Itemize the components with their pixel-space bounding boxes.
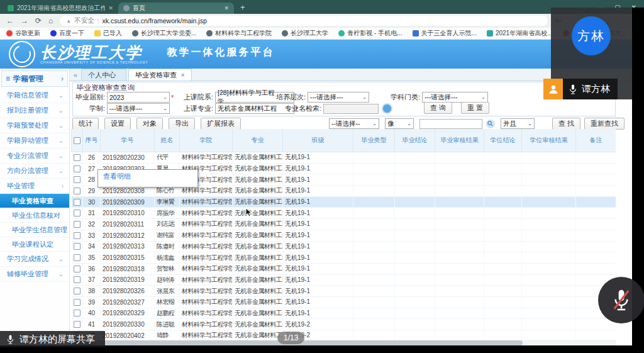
browser-tab[interactable]: 2021年湖南省高校思想政治工作 ✕ bbox=[3, 3, 118, 14]
sidebar-group[interactable]: 学籍预警处理 ⌄ bbox=[0, 118, 69, 133]
row-checkbox[interactable] bbox=[74, 299, 80, 306]
column-header[interactable]: 学院 bbox=[180, 129, 233, 152]
sidebar-group[interactable]: 学习完成情况 ⌄ bbox=[0, 252, 69, 267]
table-row[interactable]: 30 201928020309 李琳贇 材料科学与工程学院 无机非金属材料工程 … bbox=[72, 196, 616, 208]
table-row[interactable]: 31 201928020310 席振华 材料科学与工程学院 无机非金属材料工程 … bbox=[72, 208, 616, 219]
sidebar-sub-item[interactable]: 毕业生信息核对 bbox=[0, 208, 69, 223]
filter-field-select[interactable]: --请选择--⌄ bbox=[329, 118, 379, 129]
column-header[interactable]: 专业 bbox=[233, 129, 283, 152]
select-all-checkbox[interactable] bbox=[74, 137, 80, 144]
row-checkbox[interactable] bbox=[74, 232, 80, 239]
sidebar-group[interactable]: 学籍异动管理 ⌄ bbox=[0, 133, 69, 148]
browser-tab[interactable]: 首页 ✕ bbox=[118, 3, 234, 14]
table-row[interactable]: 32 201928020311 刘志远 材料科学与工程学院 无机非金属材料工程 … bbox=[72, 219, 616, 230]
filter-logic-select[interactable]: 并且⌄ bbox=[501, 118, 535, 129]
table-row[interactable]: 40 201928020329 赵鹏程 材料科学与工程学院 无机非金属材料工程 … bbox=[72, 308, 616, 319]
row-checkbox[interactable] bbox=[74, 176, 80, 183]
row-checkbox[interactable] bbox=[74, 210, 80, 216]
bookmark-item[interactable]: 长沙理工大学 bbox=[282, 29, 328, 38]
find-button[interactable]: 查 找 bbox=[552, 118, 580, 130]
url-input[interactable]: ▲ 不安全 | xk.csust.edu.cn/framework/main.j… bbox=[60, 16, 548, 26]
level-select[interactable]: ---请选择---⌄ bbox=[308, 92, 369, 103]
table-row[interactable]: 36 201928020318 贺智林 材料科学与工程学院 无机非金属材料工程 … bbox=[72, 263, 616, 274]
sidebar-group[interactable]: 报到注册管理 ⌄ bbox=[0, 103, 69, 118]
major-select[interactable]: 无机非金属材料工程⌄ bbox=[215, 103, 294, 114]
sidebar-sub-item[interactable]: 毕业课程认定 bbox=[0, 237, 69, 252]
tab-close-icon[interactable]: ✕ bbox=[108, 5, 113, 11]
column-header[interactable]: 序号 bbox=[83, 129, 101, 152]
row-checkbox[interactable] bbox=[74, 221, 80, 228]
column-header[interactable]: 班级 bbox=[283, 129, 353, 152]
new-tab-button[interactable]: + bbox=[240, 3, 245, 12]
filter-operator-select[interactable]: 像⌄ bbox=[385, 118, 414, 129]
bookmark-item[interactable]: 2021年湖南省高校... bbox=[487, 29, 553, 38]
table-row[interactable]: 26 201928020230 代平 材料科学与工程学院 无机非金属材料工程 无… bbox=[72, 152, 616, 164]
search-icon[interactable] bbox=[486, 120, 495, 128]
table-row[interactable]: 34 201928020313 陈遵时 材料科学与工程学院 无机非金属材料工程 … bbox=[72, 241, 616, 252]
filter-value-input[interactable] bbox=[419, 119, 482, 129]
toolbar-button[interactable]: 扩展报表 bbox=[201, 118, 241, 130]
sidebar-group[interactable]: 学籍信息管理 ⌄ bbox=[0, 88, 69, 103]
sidebar-sub-item[interactable]: 毕业学生信息管理 bbox=[0, 223, 69, 237]
row-checkbox[interactable] bbox=[74, 199, 80, 206]
sidebar-root-student-status[interactable]: ≡ 学籍管理 › bbox=[1, 70, 68, 87]
table-row[interactable]: 39 201928020327 林宏楷 材料科学与工程学院 无机非金属材料工程 … bbox=[72, 296, 616, 308]
row-checkbox[interactable] bbox=[74, 254, 80, 261]
sidebar-sub-item[interactable]: 毕业资格审查 bbox=[0, 194, 69, 208]
reload-icon[interactable]: ⟳ bbox=[35, 17, 42, 25]
table-row[interactable]: 37 201928020319 赵钟涛 材料科学与工程学院 无机非金属材料工程 … bbox=[72, 274, 616, 286]
mute-microphone-button[interactable] bbox=[598, 277, 644, 323]
table-row[interactable]: 42 201928020402 靖静 材料科学与工程学院 无机非金属材料工程 无… bbox=[72, 330, 616, 340]
sidebar-group[interactable]: 方向分流管理 ⌄ bbox=[0, 164, 69, 179]
column-header[interactable]: 学位结论 bbox=[484, 129, 522, 152]
toolbar-button[interactable]: 统计 bbox=[72, 118, 99, 130]
row-checkbox[interactable] bbox=[74, 266, 80, 272]
tab-close-icon[interactable]: ✕ bbox=[180, 72, 185, 78]
bookmark-item[interactable]: 材料科学与工程学院 bbox=[206, 29, 272, 38]
column-header[interactable]: 毕业类型 bbox=[353, 129, 395, 152]
column-header[interactable]: 毕业结论 bbox=[395, 129, 435, 152]
refresh-icon[interactable] bbox=[382, 103, 392, 114]
sidebar-group[interactable]: 辅修毕业管理 ⌄ bbox=[0, 267, 69, 282]
forward-icon[interactable]: → bbox=[21, 17, 28, 25]
grad-year-select[interactable]: 2023⌄ bbox=[107, 92, 170, 103]
column-header[interactable]: 学位审核结果 bbox=[522, 129, 576, 152]
reset-button[interactable]: 重 置 bbox=[461, 102, 489, 114]
bookmark-item[interactable]: 百度一下 bbox=[50, 29, 84, 38]
toolbar-button[interactable]: 导出 bbox=[169, 118, 195, 130]
bookmark-item[interactable]: 关于三全育人示范... bbox=[413, 29, 477, 38]
table-row[interactable]: 33 201928020312 谢纯富 材料科学与工程学院 无机非金属材料工程 … bbox=[72, 230, 616, 241]
table-row[interactable]: 41 201928020330 陈进聪 材料科学与工程学院 无机非金属材料工程 … bbox=[72, 319, 616, 330]
back-icon[interactable]: ← bbox=[6, 17, 14, 25]
row-checkbox[interactable] bbox=[74, 243, 80, 250]
query-button[interactable]: 查 询 bbox=[424, 102, 452, 114]
view-detail-tooltip[interactable]: 查看明细 bbox=[97, 169, 198, 188]
row-checkbox[interactable] bbox=[74, 321, 80, 328]
row-checkbox[interactable] bbox=[74, 188, 80, 194]
workspace-tab[interactable]: 毕业资格审查 ✕ bbox=[128, 69, 192, 81]
table-row[interactable]: 35 201928020315 杨濡鑫 材料科学与工程学院 无机非金属材料工程 … bbox=[72, 252, 616, 264]
bookmark-item[interactable]: 青柠影视 - 手机电... bbox=[338, 29, 402, 38]
toolbar-button[interactable]: 对象 bbox=[136, 118, 163, 130]
row-checkbox[interactable] bbox=[74, 288, 80, 294]
row-checkbox[interactable] bbox=[74, 310, 80, 317]
workspace-tab[interactable]: 个人中心 bbox=[81, 69, 126, 81]
column-header[interactable]: 备注 bbox=[576, 129, 616, 152]
discipline-select[interactable]: ---请选择---⌄ bbox=[422, 92, 488, 103]
table-row[interactable]: 38 201928020326 张晨东 材料科学与工程学院 无机非金属材料工程 … bbox=[72, 286, 616, 297]
collapse-sidebar-icon[interactable]: « bbox=[72, 71, 79, 79]
column-header[interactable]: 学号 bbox=[101, 129, 155, 152]
row-checkbox[interactable] bbox=[74, 276, 80, 283]
column-header[interactable]: 毕业审核结果 bbox=[435, 129, 484, 152]
column-header[interactable]: 姓名 bbox=[155, 129, 180, 152]
refind-button[interactable]: 重新查找 bbox=[584, 118, 625, 130]
schooling-select[interactable]: ---请选择---⌄ bbox=[107, 103, 170, 114]
sidebar-group[interactable]: 毕业管理 ‹ bbox=[0, 179, 69, 194]
home-icon[interactable]: ⌂ bbox=[48, 17, 53, 25]
bookmark-item[interactable]: 已导入 bbox=[94, 29, 122, 38]
bookmark-item[interactable]: 谷歌更新 bbox=[6, 29, 40, 38]
tab-close-icon[interactable]: ✕ bbox=[224, 5, 229, 11]
sidebar-group[interactable]: 专业分流管理 ⌄ bbox=[0, 148, 69, 164]
bookmark-item[interactable]: 长沙理工大学党委... bbox=[132, 29, 196, 38]
row-checkbox[interactable] bbox=[74, 154, 80, 161]
